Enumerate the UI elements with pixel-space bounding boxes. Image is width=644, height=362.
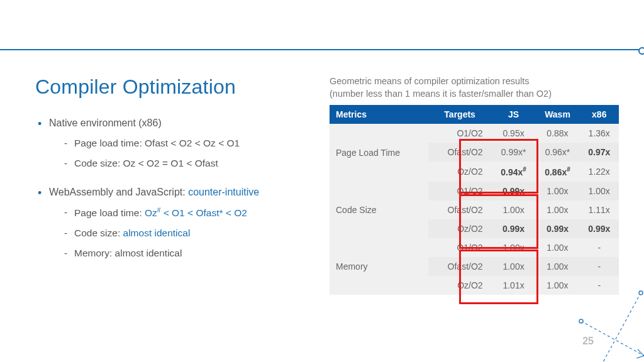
bullet-item: Native environment (x86) Page load time:… (35, 118, 311, 169)
dash-text: Code size: (74, 158, 123, 168)
dash-item: Page load time: Oz# < O1 < Ofast* < O2 (64, 207, 311, 219)
dash-item: Page load time: Ofast < O2 < Oz < O1 (64, 138, 311, 149)
highlight-text: counter-intuitive (188, 187, 259, 197)
value-cell: 0.88x (535, 124, 579, 143)
th-wasm: Wasm (535, 105, 579, 124)
svg-point-1 (639, 291, 643, 295)
highlight-text: almost identical (123, 228, 191, 238)
value-cell: 1.00x (535, 200, 579, 219)
th-x86: x86 (579, 105, 619, 124)
highlight-box (459, 139, 538, 194)
svg-point-3 (579, 319, 583, 323)
svg-line-0 (603, 293, 641, 362)
value-cell: 1.36x (579, 124, 619, 143)
left-column: Compiler Optimization Native environment… (35, 75, 311, 295)
right-column: Geometric means of compiler optimization… (330, 75, 619, 295)
value-cell: 1.00x (535, 238, 579, 257)
value-cell: 0.96x* (535, 143, 579, 162)
dash-text: Memory: almost identical (74, 248, 182, 258)
th-targets: Targets (428, 105, 492, 124)
bullet-head: WebAssembly and JavaScript: counter-intu… (49, 187, 311, 198)
slide-title: Compiler Optimization (35, 75, 311, 99)
highlight-box (459, 250, 538, 304)
svg-line-2 (581, 321, 644, 356)
value-cell: 1.00x (535, 257, 579, 276)
dash-text: Ofast < O2 < Oz < O1 (145, 138, 240, 148)
highlight-box (459, 194, 538, 249)
value-cell: - (579, 238, 619, 257)
highlight-text: Oz# < O1 < Ofast* < O2 (145, 207, 247, 218)
dash-item: Memory: almost identical (64, 248, 311, 259)
dash-text: Code size: (74, 228, 123, 238)
value-cell: 1.11x (579, 200, 619, 219)
slide-body: Compiler Optimization Native environment… (35, 75, 619, 295)
dash-item: Code size: almost identical (64, 228, 311, 239)
value-cell: - (579, 257, 619, 276)
bullet-head: Native environment (x86) (49, 118, 311, 129)
bullet-item: WebAssembly and JavaScript: counter-intu… (35, 187, 311, 259)
dash-text: Oz < O2 = O1 < Ofast (123, 158, 218, 168)
metric-cell: Code Size (330, 182, 428, 238)
value-cell: 0.86x# (535, 162, 579, 182)
table-caption: Geometric means of compiler optimization… (330, 75, 619, 100)
dash-text: Page load time: (74, 138, 145, 148)
bullet-text: WebAssembly and JavaScript: (49, 187, 188, 197)
th-metrics: Metrics (330, 105, 428, 124)
corner-decoration (543, 287, 644, 362)
value-cell: 1.22x (579, 162, 619, 182)
header-rule (0, 49, 644, 50)
value-cell: 1.00x (535, 182, 579, 200)
dash-text: Page load time: (74, 207, 145, 218)
metric-cell: Memory (330, 238, 428, 295)
th-js: JS (492, 105, 536, 124)
table-header-row: Metrics Targets JS Wasm x86 (330, 105, 619, 124)
value-cell: 0.99x (535, 219, 579, 238)
value-cell: 1.00x (579, 182, 619, 200)
metric-cell: Page Load Time (330, 124, 428, 182)
table-wrap: Metrics Targets JS Wasm x86 Page Load Ti… (330, 105, 619, 295)
dash-item: Code size: Oz < O2 = O1 < Ofast (64, 158, 311, 169)
value-cell: 0.99x (579, 219, 619, 238)
bullet-list: Native environment (x86) Page load time:… (35, 118, 311, 259)
value-cell: 0.97x (579, 143, 619, 162)
